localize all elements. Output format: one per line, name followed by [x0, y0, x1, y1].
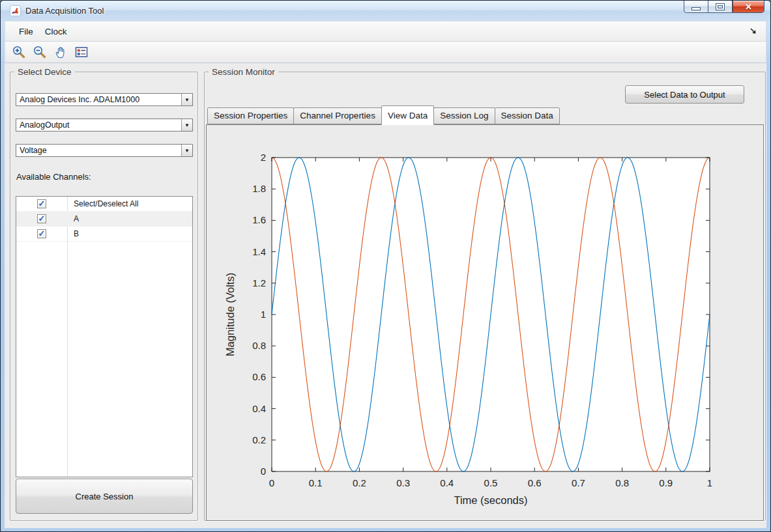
- svg-text:1.8: 1.8: [252, 183, 266, 194]
- checkmark-icon: ✓: [38, 199, 46, 208]
- svg-text:0.8: 0.8: [615, 477, 629, 488]
- window-controls: ✕: [684, 1, 764, 13]
- svg-text:0.2: 0.2: [353, 477, 366, 488]
- menu-clock[interactable]: Clock: [39, 24, 73, 39]
- checkmark-icon: ✓: [38, 214, 46, 223]
- channel-label: A: [74, 214, 79, 223]
- svg-text:0.8: 0.8: [252, 340, 266, 351]
- measurement-dropdown[interactable]: Voltage ▼: [16, 144, 193, 157]
- menu-file[interactable]: File: [13, 24, 39, 39]
- zoom-in-icon: [12, 45, 26, 59]
- maximize-icon: [716, 4, 724, 10]
- pan-button[interactable]: [52, 44, 69, 61]
- subsystem-dropdown[interactable]: AnalogOutput ▼: [16, 119, 193, 132]
- x-axis-label: Time (seconds): [454, 494, 527, 506]
- zoom-out-button[interactable]: [31, 44, 48, 61]
- select-device-title: Select Device: [14, 66, 75, 77]
- view-data-tabpanel: 00.10.20.30.40.50.60.70.80.9100.20.40.60…: [206, 124, 764, 521]
- svg-text:0.1: 0.1: [309, 477, 323, 488]
- channel-label: Select/Deselect All: [74, 199, 138, 208]
- svg-text:1.4: 1.4: [252, 246, 266, 257]
- device-dropdown-value: Analog Devices Inc. ADALM1000: [16, 95, 181, 104]
- pan-hand-icon: [53, 45, 68, 59]
- dock-figure-icon[interactable]: [749, 27, 758, 36]
- session-tabbar: Session Properties Channel Properties Vi…: [207, 105, 559, 124]
- client-area: Select Device Analog Devices Inc. ADALM1…: [5, 63, 766, 528]
- svg-text:2: 2: [261, 152, 266, 163]
- checkmark-icon: ✓: [38, 229, 46, 238]
- channel-a-checkbox[interactable]: ✓: [37, 214, 46, 223]
- tab-session-properties[interactable]: Session Properties: [207, 107, 294, 124]
- svg-text:0.7: 0.7: [572, 477, 585, 488]
- svg-text:0.6: 0.6: [252, 371, 266, 382]
- tab-view-data[interactable]: View Data: [381, 105, 434, 125]
- tab-session-data[interactable]: Session Data: [495, 107, 560, 124]
- svg-text:1.2: 1.2: [252, 277, 266, 288]
- y-axis-label: Magnitude (Volts): [224, 273, 236, 356]
- waveform-chart[interactable]: 00.10.20.30.40.50.60.70.80.9100.20.40.60…: [207, 125, 763, 520]
- session-monitor-panel: Session Monitor Select Data to Output Se…: [204, 72, 766, 521]
- svg-text:0.4: 0.4: [252, 403, 266, 414]
- svg-text:1.6: 1.6: [252, 214, 266, 225]
- channel-list: ✓ Select/Deselect All ✓ A ✓ B: [16, 196, 193, 477]
- window-title: Data Acquisition Tool: [25, 6, 104, 16]
- subsystem-dropdown-value: AnalogOutput: [16, 120, 181, 130]
- svg-text:0.5: 0.5: [484, 477, 498, 488]
- matlab-logo-icon: [10, 5, 21, 16]
- channel-label: B: [74, 229, 79, 238]
- app-window: Data Acquisition Tool ✕ File Clock: [0, 0, 771, 532]
- close-icon: ✕: [745, 3, 752, 11]
- svg-text:0.9: 0.9: [659, 477, 673, 488]
- menu-bar: File Clock: [5, 21, 766, 42]
- tab-session-log[interactable]: Session Log: [433, 107, 495, 124]
- svg-text:0.3: 0.3: [396, 477, 410, 488]
- select-data-output-button[interactable]: Select Data to Output: [625, 85, 744, 104]
- svg-text:1: 1: [707, 477, 712, 488]
- session-monitor-title: Session Monitor: [209, 66, 278, 77]
- measurement-dropdown-value: Voltage: [16, 146, 181, 155]
- svg-text:0: 0: [261, 466, 266, 477]
- channel-row-a[interactable]: ✓ A: [16, 212, 192, 227]
- chevron-down-icon: ▼: [181, 145, 192, 156]
- close-button[interactable]: ✕: [733, 1, 764, 13]
- channel-row-select-all[interactable]: ✓ Select/Deselect All: [16, 197, 192, 212]
- channel-b-checkbox[interactable]: ✓: [37, 229, 46, 238]
- channel-row-b[interactable]: ✓ B: [16, 227, 192, 242]
- zoom-in-button[interactable]: [10, 44, 27, 61]
- zoom-out-icon: [33, 45, 47, 59]
- minimize-button[interactable]: [684, 1, 708, 13]
- maximize-button[interactable]: [708, 1, 733, 13]
- select-all-checkbox[interactable]: ✓: [37, 199, 46, 208]
- device-dropdown[interactable]: Analog Devices Inc. ADALM1000 ▼: [16, 93, 193, 106]
- minimize-icon: [692, 8, 700, 10]
- insert-legend-button[interactable]: [73, 44, 90, 61]
- svg-text:0.6: 0.6: [528, 477, 542, 488]
- select-device-panel: Select Device Analog Devices Inc. ADALM1…: [10, 72, 198, 521]
- figure-toolbar: [5, 42, 766, 63]
- title-bar[interactable]: Data Acquisition Tool ✕: [1, 1, 770, 21]
- svg-text:0: 0: [269, 477, 274, 488]
- chevron-down-icon: ▼: [181, 119, 192, 131]
- available-channels-label: Available Channels:: [16, 172, 91, 182]
- create-session-button[interactable]: Create Session: [16, 479, 193, 514]
- svg-text:0.2: 0.2: [252, 434, 266, 445]
- insert-legend-icon: [74, 45, 89, 59]
- chevron-down-icon: ▼: [181, 94, 192, 105]
- svg-text:1: 1: [261, 309, 266, 320]
- tab-channel-properties[interactable]: Channel Properties: [293, 107, 382, 124]
- svg-text:0.4: 0.4: [440, 477, 454, 488]
